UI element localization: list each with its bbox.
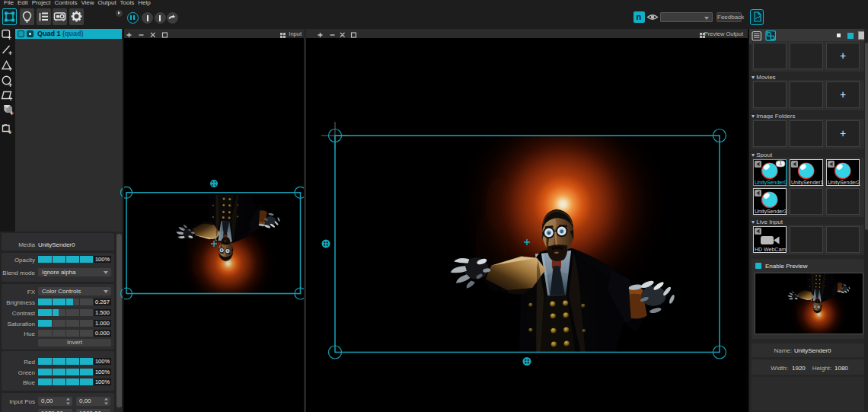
svg-text:+: + xyxy=(10,110,14,117)
svg-text:1: 1 xyxy=(779,161,782,166)
svg-text:+: + xyxy=(8,81,12,89)
svg-text:+: + xyxy=(8,34,11,42)
svg-text:+: + xyxy=(8,50,12,57)
svg-text:+: + xyxy=(8,65,12,73)
svg-text:+: + xyxy=(9,95,13,103)
svg-text:+: + xyxy=(8,129,12,136)
